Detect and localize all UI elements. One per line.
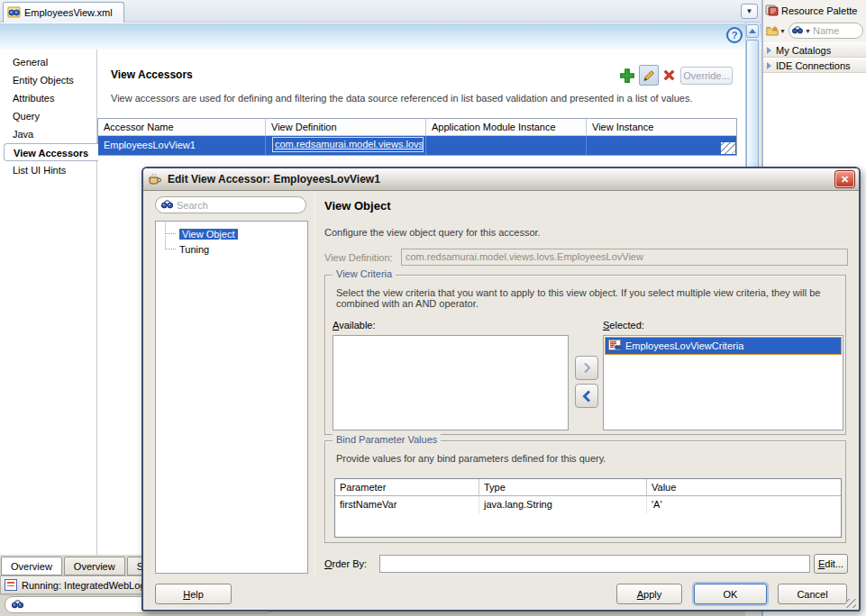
table-row-selected[interactable]: EmployeesLovView1 com.redsamurai.model.v… xyxy=(98,136,736,155)
tab-overview-1[interactable]: Overview xyxy=(1,557,62,575)
tree-item-view-object[interactable]: View Object xyxy=(156,226,307,241)
resource-palette-title: Resource Palette xyxy=(781,5,857,16)
section-description: View accessors are used for defining and… xyxy=(111,93,693,104)
order-by-input[interactable] xyxy=(383,558,807,569)
edit-accessor-button[interactable] xyxy=(639,65,659,86)
tree-item-label: View Object xyxy=(179,229,238,240)
order-by-field[interactable] xyxy=(379,555,810,573)
section-my-catalogs[interactable]: My Catalogs xyxy=(763,42,866,58)
selected-criteria-item[interactable]: EmployeesLovViewCriteria xyxy=(605,337,842,355)
close-icon[interactable]: ✕ xyxy=(835,171,854,187)
delete-accessor-icon[interactable] xyxy=(662,68,676,82)
expand-arrow-icon xyxy=(767,47,771,54)
column-header[interactable]: Type xyxy=(479,479,647,496)
scrollbar-up-arrow-icon[interactable] xyxy=(746,24,759,38)
nav-item-entity-objects[interactable]: Entity Objects xyxy=(0,71,96,89)
palette-search-box[interactable]: ▼ xyxy=(789,23,863,39)
help-icon[interactable]: ? xyxy=(726,27,743,43)
nav-item-general[interactable]: General xyxy=(0,53,96,71)
nav-item-attributes[interactable]: Attributes xyxy=(0,89,96,107)
available-list[interactable] xyxy=(333,335,569,430)
view-criteria-description: Select the view criteria that you want t… xyxy=(336,287,834,309)
selected-list[interactable]: EmployeesLovViewCriteria xyxy=(603,335,843,430)
bind-parameter-values-group: Bind Parameter Values Provide values for… xyxy=(324,440,846,543)
cell-view-definition[interactable]: com.redsamurai.model.views.lovs.Er xyxy=(266,136,426,155)
nav-item-list-ui-hints[interactable]: List UI Hints xyxy=(0,161,96,179)
tab-overview-2[interactable]: Overview xyxy=(64,557,125,575)
cell-type[interactable]: java.lang.String xyxy=(479,496,647,513)
binoculars-icon xyxy=(12,599,23,611)
table-row[interactable]: firstNameVar java.lang.String 'A' xyxy=(335,496,841,513)
view-definition-field: com.redsamurai.model.views.lovs.Employee… xyxy=(401,249,848,266)
new-catalog-folder-icon[interactable]: ▼ xyxy=(766,23,786,39)
view-definition-cell-editor[interactable]: com.redsamurai.model.views.lovs.Er xyxy=(272,137,424,152)
column-header[interactable]: Application Module Instance xyxy=(426,119,587,136)
table-resize-grip[interactable] xyxy=(721,142,735,154)
bind-parameters-header: Parameter Type Value xyxy=(335,479,841,496)
nav-item-view-accessors[interactable]: View Accessors xyxy=(4,143,98,161)
palette-name-input[interactable] xyxy=(813,25,860,36)
bind-parameters-table: Parameter Type Value firstNameVar java.l… xyxy=(334,478,842,538)
resource-palette-header: Resource Palette xyxy=(763,0,866,21)
editor-header-bar xyxy=(0,23,761,50)
selected-label: Selected: xyxy=(603,320,644,331)
view-object-file-icon xyxy=(7,6,21,20)
cell-value[interactable]: 'A' xyxy=(647,496,841,513)
column-header[interactable]: View Instance xyxy=(587,119,736,136)
dialog-resize-grip[interactable] xyxy=(846,599,856,608)
tab-label: EmployeesView.xml xyxy=(24,7,113,18)
nav-item-java[interactable]: Java xyxy=(0,125,96,143)
selected-criteria-label: EmployeesLovViewCriteria xyxy=(625,340,743,351)
view-criteria-legend: View Criteria xyxy=(333,268,396,279)
expand-arrow-icon xyxy=(767,62,771,69)
add-accessor-icon[interactable] xyxy=(619,68,635,84)
tab-employeesview-xml[interactable]: EmployeesView.xml xyxy=(3,2,124,23)
column-header[interactable]: Value xyxy=(647,479,841,496)
column-header[interactable]: Parameter xyxy=(335,479,479,496)
column-header[interactable]: Accessor Name xyxy=(98,119,266,136)
chevron-down-icon: ▼ xyxy=(779,28,786,34)
cell-view-instance[interactable] xyxy=(587,136,736,155)
section-ide-connections[interactable]: IDE Connections xyxy=(763,58,866,73)
order-by-label: Order By: xyxy=(324,558,367,569)
shuttle-left-button[interactable] xyxy=(575,384,598,408)
nav-item-query[interactable]: Query xyxy=(0,107,96,125)
dialog-title-bar[interactable]: Edit View Accessor: EmployeesLovView1 ✕ xyxy=(143,168,859,191)
dialog-panel-title: View Object xyxy=(324,199,390,213)
section-heading: View Accessors xyxy=(111,68,193,81)
apply-button[interactable]: Apply xyxy=(616,584,682,604)
dialog-search-input[interactable] xyxy=(177,200,300,211)
document-tab-bar: EmployeesView.xml ▼ xyxy=(0,0,761,23)
dialog-title: Edit View Accessor: EmployeesLovView1 xyxy=(168,173,380,186)
cell-app-module-instance[interactable] xyxy=(426,136,587,155)
override-button[interactable]: Override... xyxy=(680,67,733,85)
column-header[interactable]: View Definition xyxy=(266,119,426,136)
dialog-nav-tree: View Object Tuning xyxy=(155,221,308,574)
app-window: EmployeesView.xml ▼ ? General Entity Obj… xyxy=(0,0,866,616)
cell-accessor-name[interactable]: EmployeesLovView1 xyxy=(98,136,266,155)
tree-item-label: Tuning xyxy=(179,244,209,255)
order-by-edit-button[interactable]: Edit... xyxy=(814,554,848,574)
dialog-separator xyxy=(314,194,315,576)
dialog-panel-intro: Configure the view object query for this… xyxy=(324,227,541,238)
edit-view-accessor-dialog: Edit View Accessor: EmployeesLovView1 ✕ … xyxy=(141,167,861,611)
view-criteria-group: View Criteria Select the view criteria t… xyxy=(324,275,846,435)
cell-parameter[interactable]: firstNameVar xyxy=(335,496,479,513)
section-label: IDE Connections xyxy=(776,60,851,71)
binoculars-icon xyxy=(792,25,803,36)
dialog-search-box[interactable] xyxy=(155,196,306,213)
bind-parameter-values-legend: Bind Parameter Values xyxy=(333,434,441,445)
view-definition-label: View Definition: xyxy=(324,252,393,263)
status-text: Running: IntegratedWebLog xyxy=(22,580,145,591)
section-label: My Catalogs xyxy=(776,45,831,56)
palette-toolbar: ▼ ▼ xyxy=(763,21,866,42)
help-button[interactable]: Help xyxy=(155,584,232,604)
ok-button[interactable]: OK xyxy=(694,584,767,604)
shuttle-right-button[interactable] xyxy=(575,356,598,380)
java-coffee-icon xyxy=(148,172,162,186)
log-icon xyxy=(5,579,17,591)
resource-palette-icon xyxy=(765,4,779,18)
cancel-button[interactable]: Cancel xyxy=(778,584,847,604)
tab-list-dropdown-button[interactable]: ▼ xyxy=(741,4,758,19)
tree-item-tuning[interactable]: Tuning xyxy=(156,241,307,257)
